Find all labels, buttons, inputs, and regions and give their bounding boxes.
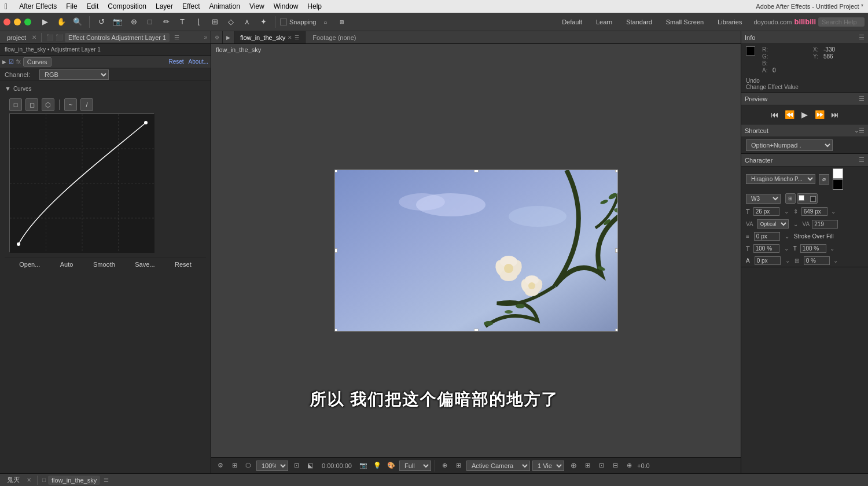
lang-dropdown[interactable]: ⌄ [833,257,838,264]
baseline-input[interactable] [755,256,781,265]
workspace-libraries[interactable]: Libraries [713,17,746,27]
curve-tool-smooth[interactable]: ~ [64,98,77,111]
menu-view[interactable]: View [249,2,264,10]
handle-bl[interactable] [334,329,337,332]
clone-tool[interactable]: ⊞ [208,16,222,28]
menu-layer[interactable]: Layer [156,2,173,10]
char-eyedropper[interactable]: ⌀ [819,174,829,185]
view-options-btn2[interactable]: ⊡ [595,460,607,472]
info-color-swatch[interactable] [746,46,755,56]
ec-tab[interactable]: Effect Controls Adjustment Layer 1 [65,33,170,42]
hand-tool[interactable]: ✋ [54,16,68,28]
fit-btn[interactable]: ⊡ [290,460,302,472]
curves-canvas[interactable] [10,114,155,253]
comp-time-display[interactable]: 0:00:00:00 [318,462,355,469]
selection-tool[interactable]: ▶ [38,16,52,28]
smooth-button[interactable]: Smooth [89,260,120,269]
project-tab[interactable]: project [3,33,30,42]
brush-tool[interactable]: ⌊ [192,16,205,28]
font-size-input[interactable] [753,207,779,216]
puppet2-tool[interactable]: ✦ [256,16,270,28]
tracking-dropdown[interactable]: ⌄ [793,221,798,227]
prev-last-btn[interactable]: ⏭ [829,109,841,120]
curves-reset-button[interactable]: Reset [170,260,196,269]
comp-grid-btn[interactable]: ⊞ [229,460,240,472]
char-weight-select[interactable]: W3 [746,194,781,204]
char-menu[interactable]: ☰ [859,156,865,164]
color-btn[interactable]: 🎨 [385,460,397,472]
zoom-select[interactable]: 100% [256,461,288,471]
tab2-menu[interactable]: ☰ [104,477,109,483]
workspace-smallscreen[interactable]: Small Screen [661,17,708,27]
handle-tl[interactable] [334,170,337,172]
shortcut-expand[interactable]: ⌄ [854,127,859,134]
camera-btn[interactable]: 📷 [358,460,369,472]
menu-composition[interactable]: Composition [108,2,146,10]
curve-tool-3[interactable]: ⬡ [42,98,54,111]
view-options-btn[interactable]: ⊞ [582,460,593,472]
close-button[interactable] [3,19,10,25]
open-button[interactable]: Open... [14,260,45,269]
scale-h-input[interactable] [753,244,779,253]
leading-input[interactable] [754,232,780,241]
maximize-button[interactable] [24,19,31,25]
menu-window[interactable]: Window [274,2,299,10]
comp-tab-menu[interactable]: ☰ [295,35,299,41]
curves-expand-arrow[interactable]: ▼ [5,85,11,92]
comp-tab-close[interactable]: ✕ [288,35,292,41]
prev-first-btn[interactable]: ⏮ [769,109,781,120]
curve-tool-2[interactable]: ◻ [25,98,38,111]
about-button[interactable]: About... [189,58,208,65]
view-select[interactable]: 1 View [532,461,564,471]
prev-step-forward-btn[interactable]: ⏩ [814,109,826,120]
char-font-select[interactable]: Hiragino Mincho P... [746,174,815,184]
tab1-close[interactable]: ✕ [27,477,31,483]
handle-tr[interactable] [615,170,618,172]
char-swap-btn[interactable] [797,193,818,204]
timeline-tab1[interactable]: 鬼灭 [3,474,23,485]
menu-file[interactable]: File [66,2,77,10]
size-dropdown[interactable]: ⌄ [784,208,789,215]
handle-tc[interactable] [474,170,479,172]
camera-select[interactable]: Active Camera [466,461,530,471]
height-dropdown[interactable]: ⌄ [831,208,836,215]
prev-play-btn[interactable]: ▶ [799,109,811,120]
menu-effect[interactable]: Effect [182,2,200,10]
menu-help[interactable]: Help [307,2,322,10]
handle-bc[interactable] [474,329,479,332]
eraser-tool[interactable]: ◇ [224,16,238,28]
char-color-white[interactable] [833,168,843,179]
snapping-options[interactable]: ⌂ [319,16,333,28]
comp-mask-btn[interactable]: ⬡ [242,460,254,472]
menu-animation[interactable]: Animation [209,2,240,10]
puppet-tool[interactable]: ⋏ [240,16,254,28]
shortcut-select[interactable]: Option+Numpad . [746,139,833,151]
handle-ml[interactable] [334,248,337,253]
rect-tool[interactable]: □ [143,16,157,28]
workspace-standard[interactable]: Standard [621,17,657,27]
curve-tool-1[interactable]: □ [9,98,22,111]
ec-menu-icon[interactable]: ☰ [174,34,179,41]
minimize-button[interactable] [14,19,21,25]
menu-aftereffects[interactable]: After Effects [19,2,57,10]
workspace-default[interactable]: Default [557,17,587,27]
view-options-btn4[interactable]: ⊕ [623,460,635,472]
fx-enable-checkbox[interactable]: ☑ [9,58,14,65]
reset-button[interactable]: Reset [168,58,183,65]
comp-settings-icon[interactable]: ⚙ [215,35,219,41]
shortcut-menu[interactable]: ☰ [859,127,865,134]
quality-select[interactable]: Full [399,461,431,471]
pen-tool[interactable]: ✏ [159,16,173,28]
handle-mr[interactable] [615,248,618,253]
comp-view-btn3[interactable]: ⊞ [453,460,464,472]
snapping-checkbox[interactable] [280,19,287,25]
text-tool[interactable]: T [175,16,189,28]
camera-tool[interactable]: 📷 [111,16,124,28]
workspace-learn[interactable]: Learn [591,17,617,27]
curve-tool-pen[interactable]: / [80,98,93,111]
menu-edit[interactable]: Edit [87,2,99,10]
rotate-tool[interactable]: ↺ [94,16,108,28]
snapping-btn2[interactable]: ⊠ [335,16,349,28]
save-button[interactable]: Save... [130,260,159,269]
char-style-btn[interactable]: ⊞ [785,193,796,204]
